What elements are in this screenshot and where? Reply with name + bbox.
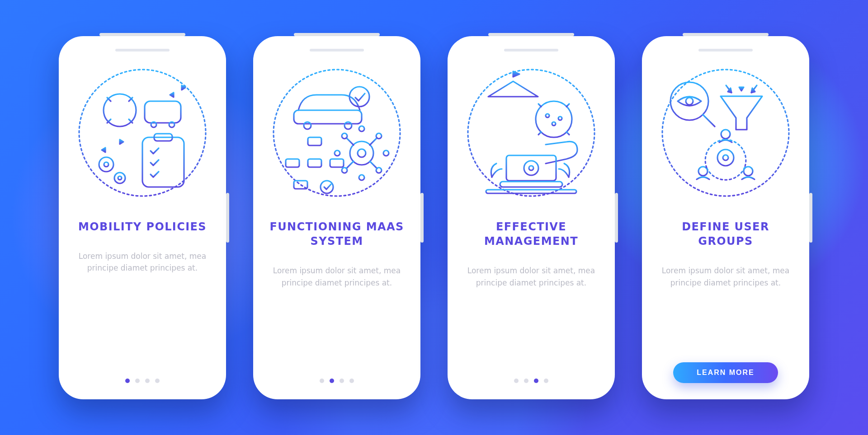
- screen-description: Lorem ipsum dolor sit amet, mea principe…: [458, 265, 604, 289]
- svg-line-61: [370, 138, 377, 145]
- page-indicator: [514, 379, 548, 383]
- page-dot[interactable]: [514, 379, 519, 383]
- svg-marker-71: [488, 81, 538, 97]
- svg-point-66: [376, 168, 382, 173]
- phone-notch: [698, 49, 753, 51]
- page-dot[interactable]: [145, 379, 150, 383]
- svg-line-65: [370, 161, 377, 168]
- svg-point-69: [468, 70, 594, 196]
- svg-point-106: [686, 98, 693, 105]
- page-dot[interactable]: [135, 379, 140, 383]
- page-dot[interactable]: [544, 379, 548, 383]
- screen-description: Lorem ipsum dolor sit amet, mea principe…: [653, 265, 798, 289]
- svg-point-36: [349, 87, 369, 107]
- page-dot[interactable]: [349, 379, 354, 383]
- svg-rect-44: [308, 159, 321, 167]
- svg-point-114: [717, 150, 734, 166]
- svg-rect-94: [506, 155, 556, 181]
- onboarding-screen-effective-management: EFFECTIVE MANAGEMENT Lorem ipsum dolor s…: [448, 36, 615, 399]
- svg-line-86: [538, 132, 541, 135]
- svg-rect-43: [286, 159, 299, 167]
- svg-marker-111: [739, 87, 744, 91]
- phone-notch: [504, 49, 558, 51]
- effective-management-icon: [463, 65, 599, 201]
- screen-title: FUNCTIONING MAAS SYSTEM: [264, 220, 410, 249]
- svg-point-50: [321, 181, 333, 193]
- svg-point-29: [114, 173, 125, 183]
- svg-point-31: [274, 70, 400, 196]
- onboarding-carousel-stage: MOBILITY POLICIES Lorem ipsum dolor sit …: [0, 0, 868, 435]
- page-dot[interactable]: [534, 379, 538, 383]
- phone-notch: [310, 49, 364, 51]
- functioning-maas-icon: [269, 65, 405, 201]
- screen-title: DEFINE USER GROUPS: [653, 220, 798, 249]
- svg-line-63: [346, 161, 354, 168]
- page-dot[interactable]: [524, 379, 528, 383]
- onboarding-screen-mobility-policies: MOBILITY POLICIES Lorem ipsum dolor sit …: [59, 36, 226, 399]
- svg-point-52: [358, 149, 366, 157]
- svg-marker-20: [120, 140, 123, 144]
- svg-point-64: [342, 168, 347, 173]
- svg-rect-45: [330, 159, 344, 167]
- svg-line-67: [346, 138, 354, 145]
- svg-point-28: [104, 162, 108, 167]
- svg-rect-37: [308, 137, 321, 145]
- page-dot[interactable]: [330, 379, 334, 383]
- svg-point-116: [721, 130, 730, 139]
- svg-marker-19: [170, 93, 174, 97]
- mobility-policies-icon: [75, 65, 210, 201]
- screen-description: Lorem ipsum dolor sit amet, mea principe…: [70, 250, 215, 274]
- svg-line-107: [703, 115, 715, 126]
- page-dot[interactable]: [320, 379, 324, 383]
- svg-point-96: [524, 161, 538, 175]
- define-user-groups-icon: [658, 65, 793, 201]
- onboarding-screen-define-user-groups: DEFINE USER GROUPS Lorem ipsum dolor sit…: [642, 36, 809, 399]
- svg-point-104: [662, 70, 789, 196]
- svg-point-60: [383, 150, 389, 156]
- svg-point-33: [304, 122, 311, 129]
- svg-line-85: [566, 132, 569, 135]
- page-dot[interactable]: [340, 379, 344, 383]
- onboarding-screen-functioning-maas: FUNCTIONING MAAS SYSTEM Lorem ipsum dolo…: [253, 36, 420, 399]
- svg-marker-21: [102, 148, 105, 152]
- svg-line-84: [538, 104, 541, 107]
- svg-rect-95: [500, 182, 562, 187]
- svg-point-68: [342, 133, 347, 139]
- page-indicator: [320, 379, 354, 383]
- page-indicator: [125, 379, 160, 383]
- svg-point-62: [376, 133, 382, 139]
- svg-point-34: [344, 122, 352, 129]
- page-dot[interactable]: [155, 379, 160, 383]
- screen-title: EFFECTIVE MANAGEMENT: [458, 220, 604, 249]
- screen-title: MOBILITY POLICIES: [78, 220, 207, 234]
- svg-point-97: [529, 166, 533, 170]
- svg-point-56: [359, 175, 364, 180]
- svg-point-30: [118, 176, 122, 180]
- svg-point-115: [723, 155, 728, 160]
- phone-notch: [115, 49, 170, 51]
- learn-more-button[interactable]: LEARN MORE: [673, 362, 778, 383]
- svg-line-87: [566, 104, 569, 107]
- page-dot[interactable]: [125, 379, 130, 383]
- svg-point-27: [99, 157, 113, 172]
- svg-rect-14: [145, 101, 181, 123]
- svg-point-54: [359, 126, 364, 131]
- screen-description: Lorem ipsum dolor sit amet, mea principe…: [264, 265, 410, 289]
